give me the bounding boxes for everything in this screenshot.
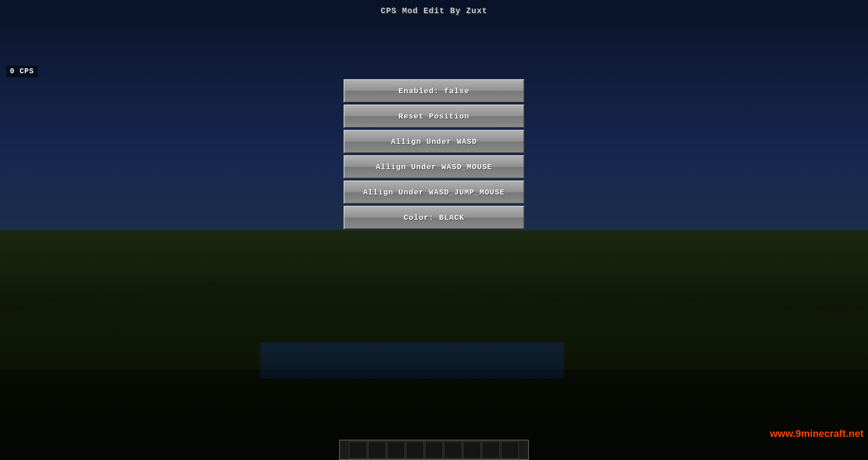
menu-button-align-wasd-jump-mouse[interactable]: Allign Under WASD_JUMP_MOUSE: [344, 180, 524, 204]
menu-button-align-wasd-mouse[interactable]: Allign Under WASD_MOUSE: [344, 155, 524, 179]
hotbar-slot-2[interactable]: [387, 441, 405, 459]
watermark-text: www.9minecraft.net: [770, 428, 863, 439]
hotbar-slot-0[interactable]: [349, 441, 367, 459]
cps-counter: 0 CPS: [6, 66, 38, 77]
page-title: CPS Mod Edit By Zuxt: [381, 6, 487, 15]
watermark: www.9minecraft.net: [770, 428, 863, 440]
hotbar-slot-1[interactable]: [368, 441, 386, 459]
ui-layer: CPS Mod Edit By Zuxt 0 CPS Enabled: fals…: [0, 0, 868, 460]
hotbar-slot-8[interactable]: [501, 441, 519, 459]
menu-button-align-wasd[interactable]: Allign Under WASD: [344, 130, 524, 153]
menu-button-reset-position[interactable]: Reset Position: [344, 104, 524, 128]
hotbar-slot-4[interactable]: [425, 441, 443, 459]
menu-panel: Enabled: falseReset PositionAllign Under…: [344, 79, 524, 229]
hotbar-slot-7[interactable]: [482, 441, 500, 459]
hotbar-slot-5[interactable]: [444, 441, 462, 459]
hotbar-slot-3[interactable]: [406, 441, 424, 459]
hotbar: [339, 440, 529, 460]
menu-button-color-black[interactable]: Color: BLACK: [344, 206, 524, 229]
hotbar-slot-6[interactable]: [463, 441, 481, 459]
menu-button-enabled-toggle[interactable]: Enabled: false: [344, 79, 524, 103]
